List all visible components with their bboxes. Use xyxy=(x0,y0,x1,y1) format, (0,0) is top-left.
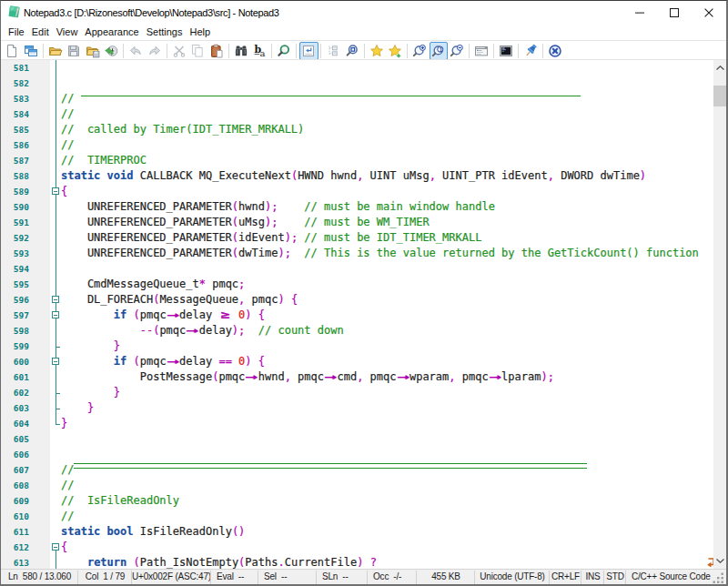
code-line-589: { xyxy=(61,184,67,199)
toggle-folds-button[interactable] xyxy=(324,42,343,60)
zoom-reset-icon: 1 xyxy=(431,44,446,58)
scrollbar-thumb[interactable] xyxy=(713,86,726,106)
code-line-586: // xyxy=(61,137,74,153)
minimize-button[interactable] xyxy=(622,1,657,25)
toolbar-separator xyxy=(40,42,46,60)
status-eval[interactable]: Eval -- xyxy=(211,570,258,584)
document-info-button[interactable] xyxy=(472,42,491,60)
console-icon xyxy=(499,44,513,58)
code-line-590: UNREFERENCED_PARAMETER(hwnd); // must be… xyxy=(61,199,495,215)
find-next-button[interactable] xyxy=(275,42,294,60)
favorites-button[interactable] xyxy=(368,42,387,60)
save-as-icon xyxy=(86,44,100,58)
status-selected-lines[interactable]: SLn -- xyxy=(317,570,368,584)
always-on-top-button[interactable] xyxy=(521,42,541,60)
save-as-button[interactable] xyxy=(84,42,103,60)
toolbar-separator xyxy=(269,42,276,60)
find-button[interactable] xyxy=(232,42,251,60)
menu-file[interactable]: File xyxy=(5,24,28,40)
redo-button[interactable] xyxy=(146,42,165,60)
code-line-604: } xyxy=(61,416,67,431)
code-line-610: // xyxy=(61,509,74,524)
scroll-up-arrow[interactable] xyxy=(713,60,726,76)
save-floppy-icon xyxy=(66,44,81,58)
replace-button[interactable]: ba xyxy=(250,42,269,60)
zoom-in-button[interactable] xyxy=(410,42,430,60)
zoom-reset-button[interactable]: 1 xyxy=(430,42,449,60)
code-line-584: // xyxy=(61,106,74,122)
exit-icon xyxy=(548,44,562,58)
pin-icon xyxy=(523,44,538,58)
code-line-592: UNREFERENCED_PARAMETER(idEvent); // must… xyxy=(61,230,481,246)
code-line-612: { xyxy=(61,540,67,555)
run-console-button[interactable] xyxy=(497,42,516,60)
code-line-588: static void CALLBACK MQ_ExecuteNext(HWND… xyxy=(61,168,646,184)
undo-arrow-icon xyxy=(128,44,143,58)
status-eol-mode[interactable]: CR+LF xyxy=(550,570,581,584)
toolbar-separator xyxy=(491,42,498,60)
code-line-601: PostMessage(pmqc→hwnd, pmqc→cmd, pmqc→wp… xyxy=(61,369,554,385)
maximize-button[interactable] xyxy=(657,1,692,25)
exit-button[interactable] xyxy=(546,42,565,60)
toolbar-separator xyxy=(164,42,170,60)
resize-grip[interactable] xyxy=(713,571,724,583)
status-character[interactable]: U+0x002F (ASC:47) xyxy=(132,570,211,584)
mark-occurrences-button[interactable] xyxy=(343,42,362,60)
editor-area[interactable]: 5815825835845855865875885895905915925935… xyxy=(1,60,726,569)
status-encoding[interactable]: Unicode (UTF-8) xyxy=(475,570,550,584)
svg-text:a: a xyxy=(260,47,266,57)
title-bar[interactable]: Notepad3.c [D:\Rizonesoft\Develop\Notepa… xyxy=(1,1,726,24)
status-paste-mode[interactable]: STD xyxy=(604,570,626,584)
status-occurrences[interactable]: Occ -/- xyxy=(368,570,417,584)
menu-edit[interactable]: Edit xyxy=(28,24,53,40)
open-file-button[interactable] xyxy=(46,42,66,60)
copy-button[interactable] xyxy=(188,42,207,60)
status-column[interactable]: Col 1 / 79 xyxy=(78,570,132,584)
status-scheme[interactable]: C/C++ Source Code xyxy=(626,570,725,584)
word-wrap-icon xyxy=(301,44,316,58)
cut-scissors-icon xyxy=(172,44,187,58)
status-selection[interactable]: Sel -- xyxy=(258,570,317,584)
word-wrap-button[interactable] xyxy=(299,42,318,60)
new-file-button[interactable] xyxy=(3,42,22,60)
svg-text:1: 1 xyxy=(439,45,442,52)
status-bar: Ln 580 / 13.060Col 1 / 79U+0x002F (ASC:4… xyxy=(1,570,726,584)
code-line-602: } xyxy=(61,385,120,400)
status-line[interactable]: Ln 580 / 13.060 xyxy=(1,570,78,584)
toolbar-separator xyxy=(405,42,411,60)
code-line-591: UNREFERENCED_PARAMETER(uMsg); // must be… xyxy=(61,215,430,230)
status-insert-mode[interactable]: INS xyxy=(581,570,604,584)
code-line-585: // called by Timer(IDT_TIMER_MRKALL) xyxy=(61,122,304,137)
save-file-button[interactable] xyxy=(65,42,84,60)
new-window-button[interactable] xyxy=(22,42,41,60)
code-line-603: } xyxy=(61,400,94,416)
zoom-out-button[interactable] xyxy=(448,42,467,60)
add-favorite-button[interactable] xyxy=(386,42,405,60)
magnifier-box-icon xyxy=(345,44,359,58)
new-window-icon xyxy=(24,44,38,58)
toolbar-separator xyxy=(516,42,522,60)
menu-view[interactable]: View xyxy=(53,24,82,40)
zoom-out-icon xyxy=(450,44,464,58)
toolbar-separator xyxy=(467,42,473,60)
menu-appearance[interactable]: Appearance xyxy=(81,24,142,40)
menu-settings[interactable]: Settings xyxy=(143,24,187,40)
cut-button[interactable] xyxy=(170,42,189,60)
scroll-down-arrow[interactable] xyxy=(713,553,726,569)
paste-button[interactable] xyxy=(207,42,227,60)
menu-help[interactable]: Help xyxy=(186,24,214,40)
reload-icon xyxy=(104,44,118,58)
zoom-in-icon xyxy=(412,44,427,58)
close-button[interactable] xyxy=(692,1,726,25)
code-line-598: --(pmqc→delay); // count down xyxy=(61,323,344,338)
undo-button[interactable] xyxy=(126,42,146,60)
code-line-595: CmdMessageQueue_t* pmqc; xyxy=(61,277,245,292)
vertical-scrollbar[interactable] xyxy=(713,60,726,569)
code-line-607: //======================================… xyxy=(61,462,587,478)
code-line-597: if (pmqc→delay ≥ 0) { xyxy=(61,308,265,323)
toolbar-separator xyxy=(318,42,325,60)
replace-ab-icon: ba xyxy=(252,44,267,58)
status-file-size[interactable]: 455 KB xyxy=(417,570,475,584)
reload-file-button[interactable] xyxy=(102,42,121,60)
code-text[interactable]: // -------------------------------------… xyxy=(1,60,713,569)
